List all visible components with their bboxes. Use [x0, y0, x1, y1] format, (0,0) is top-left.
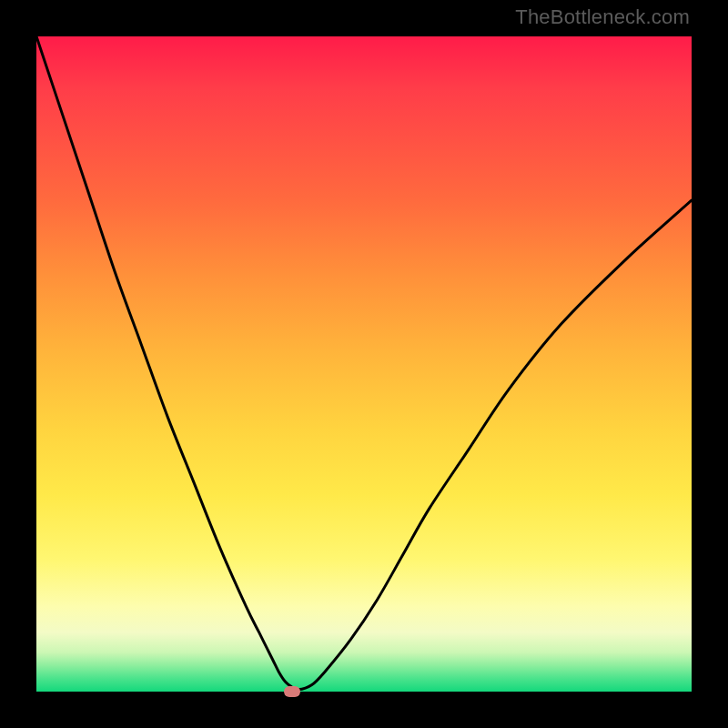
- plot-area: [36, 36, 692, 692]
- bottleneck-curve-path: [36, 36, 692, 690]
- min-marker: [284, 686, 300, 697]
- chart-frame: TheBottleneck.com: [0, 0, 728, 728]
- watermark-text: TheBottleneck.com: [515, 5, 690, 29]
- curve-svg: [36, 36, 692, 692]
